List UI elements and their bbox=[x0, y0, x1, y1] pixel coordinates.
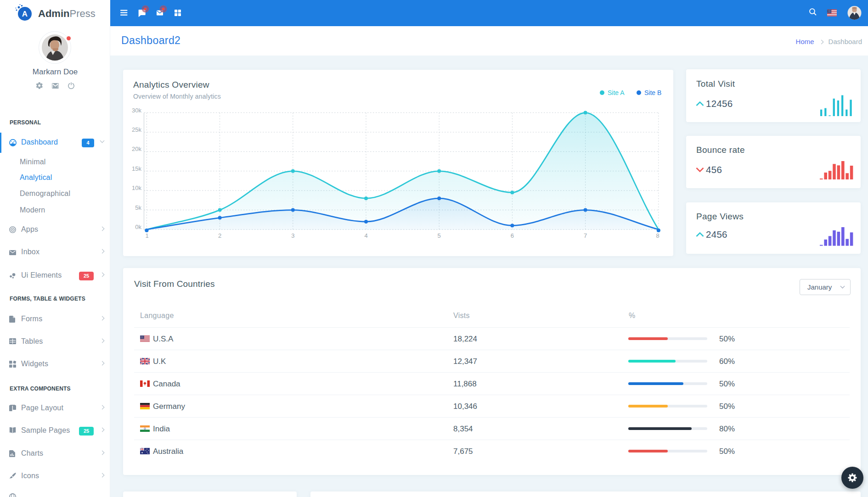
svg-text:20k: 20k bbox=[132, 145, 141, 152]
svg-text:7: 7 bbox=[584, 232, 587, 239]
svg-text:4: 4 bbox=[364, 232, 367, 239]
svg-text:Total Visit: Total Visit bbox=[696, 79, 735, 89]
svg-text:10k: 10k bbox=[132, 184, 141, 191]
svg-text:Site A: Site A bbox=[608, 89, 625, 96]
svg-text:15k: 15k bbox=[132, 165, 141, 172]
svg-text:25k: 25k bbox=[132, 126, 141, 133]
svg-text:Bounce rate: Bounce rate bbox=[696, 145, 745, 155]
svg-text:Overview of Monthly analytics: Overview of Monthly analytics bbox=[133, 93, 221, 100]
svg-text:1: 1 bbox=[145, 232, 148, 239]
svg-text:12456: 12456 bbox=[706, 98, 733, 109]
svg-text:8: 8 bbox=[656, 232, 659, 239]
svg-text:2: 2 bbox=[218, 232, 221, 239]
svg-text:Analytics Overview: Analytics Overview bbox=[133, 80, 209, 89]
svg-text:3: 3 bbox=[291, 232, 294, 239]
svg-text:Page Views: Page Views bbox=[696, 212, 744, 221]
svg-text:0k: 0k bbox=[135, 223, 141, 230]
svg-text:AdminPress: AdminPress bbox=[38, 8, 96, 19]
svg-text:Site B: Site B bbox=[644, 89, 661, 96]
svg-text:6: 6 bbox=[511, 232, 514, 239]
svg-text:5: 5 bbox=[438, 232, 441, 239]
svg-text:2456: 2456 bbox=[706, 229, 727, 240]
svg-text:5k: 5k bbox=[135, 204, 141, 211]
svg-text:456: 456 bbox=[706, 164, 722, 175]
svg-text:A: A bbox=[22, 10, 28, 18]
svg-text:30k: 30k bbox=[132, 107, 141, 114]
